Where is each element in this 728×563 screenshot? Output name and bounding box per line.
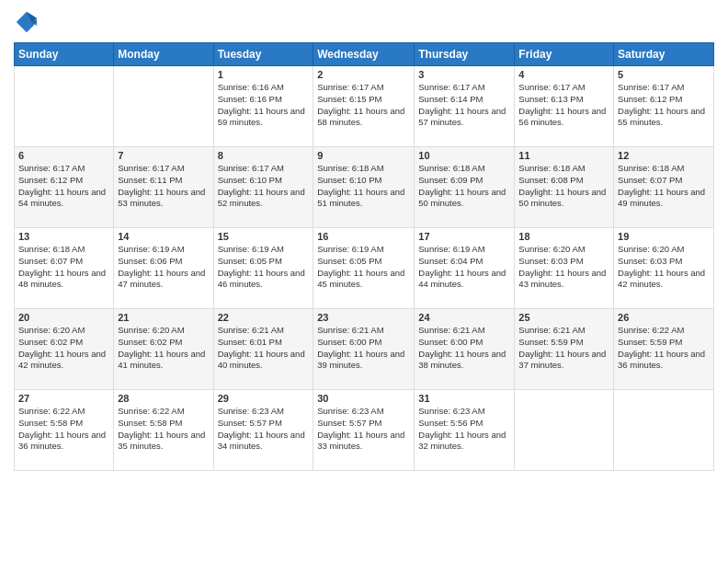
day-number: 5 — [618, 69, 710, 80]
day-number: 22 — [218, 312, 310, 323]
calendar-cell: 23Sunrise: 6:21 AM Sunset: 6:00 PM Dayli… — [313, 309, 415, 390]
calendar-cell: 2Sunrise: 6:17 AM Sunset: 6:15 PM Daylig… — [313, 66, 415, 147]
day-number: 11 — [518, 150, 609, 161]
day-info: Sunrise: 6:20 AM Sunset: 6:03 PM Dayligh… — [618, 244, 710, 291]
day-info: Sunrise: 6:22 AM Sunset: 5:58 PM Dayligh… — [18, 406, 109, 453]
day-number: 20 — [18, 312, 109, 323]
calendar-cell: 13Sunrise: 6:18 AM Sunset: 6:07 PM Dayli… — [15, 228, 114, 309]
day-info: Sunrise: 6:17 AM Sunset: 6:13 PM Dayligh… — [518, 82, 609, 129]
day-number: 8 — [218, 150, 310, 161]
day-number: 26 — [618, 312, 710, 323]
calendar-cell — [15, 66, 114, 147]
calendar-cell: 3Sunrise: 6:17 AM Sunset: 6:14 PM Daylig… — [415, 66, 515, 147]
header — [14, 9, 714, 35]
day-info: Sunrise: 6:16 AM Sunset: 6:16 PM Dayligh… — [218, 82, 310, 129]
weekday-header: Wednesday — [313, 43, 415, 66]
day-number: 17 — [418, 231, 510, 242]
calendar-cell: 14Sunrise: 6:19 AM Sunset: 6:06 PM Dayli… — [114, 228, 213, 309]
calendar-cell: 6Sunrise: 6:17 AM Sunset: 6:12 PM Daylig… — [15, 147, 114, 228]
day-number: 19 — [618, 231, 710, 242]
calendar-cell: 24Sunrise: 6:21 AM Sunset: 6:00 PM Dayli… — [415, 309, 515, 390]
day-info: Sunrise: 6:17 AM Sunset: 6:14 PM Dayligh… — [418, 82, 510, 129]
day-number: 12 — [618, 150, 710, 161]
day-info: Sunrise: 6:22 AM Sunset: 5:59 PM Dayligh… — [618, 325, 710, 372]
calendar-table: SundayMondayTuesdayWednesdayThursdayFrid… — [14, 42, 714, 471]
day-number: 2 — [317, 69, 410, 80]
day-info: Sunrise: 6:20 AM Sunset: 6:02 PM Dayligh… — [118, 325, 209, 372]
calendar-cell: 10Sunrise: 6:18 AM Sunset: 6:09 PM Dayli… — [415, 147, 515, 228]
logo-icon — [14, 9, 40, 35]
calendar-cell — [515, 390, 614, 471]
day-info: Sunrise: 6:21 AM Sunset: 6:00 PM Dayligh… — [418, 325, 510, 372]
day-info: Sunrise: 6:21 AM Sunset: 6:01 PM Dayligh… — [218, 325, 310, 372]
day-number: 25 — [518, 312, 609, 323]
day-number: 1 — [218, 69, 310, 80]
weekday-header: Monday — [114, 43, 213, 66]
weekday-header: Sunday — [15, 43, 114, 66]
calendar-cell: 19Sunrise: 6:20 AM Sunset: 6:03 PM Dayli… — [614, 228, 714, 309]
calendar-cell: 22Sunrise: 6:21 AM Sunset: 6:01 PM Dayli… — [213, 309, 313, 390]
calendar-cell: 5Sunrise: 6:17 AM Sunset: 6:12 PM Daylig… — [614, 66, 714, 147]
day-number: 16 — [317, 231, 410, 242]
day-number: 23 — [317, 312, 410, 323]
calendar-cell: 11Sunrise: 6:18 AM Sunset: 6:08 PM Dayli… — [515, 147, 614, 228]
day-number: 4 — [518, 69, 609, 80]
weekday-header: Tuesday — [213, 43, 313, 66]
calendar-cell: 8Sunrise: 6:17 AM Sunset: 6:10 PM Daylig… — [213, 147, 313, 228]
day-info: Sunrise: 6:18 AM Sunset: 6:07 PM Dayligh… — [618, 163, 710, 210]
page: SundayMondayTuesdayWednesdayThursdayFrid… — [0, 0, 728, 563]
day-info: Sunrise: 6:22 AM Sunset: 5:58 PM Dayligh… — [118, 406, 209, 453]
weekday-header: Thursday — [415, 43, 515, 66]
day-number: 27 — [18, 393, 109, 404]
day-number: 6 — [18, 150, 109, 161]
day-info: Sunrise: 6:21 AM Sunset: 5:59 PM Dayligh… — [518, 325, 609, 372]
day-number: 31 — [418, 393, 510, 404]
day-info: Sunrise: 6:19 AM Sunset: 6:04 PM Dayligh… — [418, 244, 510, 291]
day-info: Sunrise: 6:17 AM Sunset: 6:15 PM Dayligh… — [317, 82, 410, 129]
calendar-cell: 16Sunrise: 6:19 AM Sunset: 6:05 PM Dayli… — [313, 228, 415, 309]
calendar-cell: 26Sunrise: 6:22 AM Sunset: 5:59 PM Dayli… — [614, 309, 714, 390]
day-info: Sunrise: 6:18 AM Sunset: 6:07 PM Dayligh… — [18, 244, 109, 291]
calendar-cell: 27Sunrise: 6:22 AM Sunset: 5:58 PM Dayli… — [15, 390, 114, 471]
calendar-cell — [614, 390, 714, 471]
day-info: Sunrise: 6:19 AM Sunset: 6:06 PM Dayligh… — [118, 244, 209, 291]
day-number: 13 — [18, 231, 109, 242]
day-info: Sunrise: 6:17 AM Sunset: 6:10 PM Dayligh… — [218, 163, 310, 210]
day-info: Sunrise: 6:21 AM Sunset: 6:00 PM Dayligh… — [317, 325, 410, 372]
day-number: 24 — [418, 312, 510, 323]
calendar-cell: 4Sunrise: 6:17 AM Sunset: 6:13 PM Daylig… — [515, 66, 614, 147]
day-info: Sunrise: 6:23 AM Sunset: 5:57 PM Dayligh… — [218, 406, 310, 453]
calendar-week-row: 1Sunrise: 6:16 AM Sunset: 6:16 PM Daylig… — [15, 66, 714, 147]
day-info: Sunrise: 6:17 AM Sunset: 6:12 PM Dayligh… — [18, 163, 109, 210]
day-info: Sunrise: 6:18 AM Sunset: 6:08 PM Dayligh… — [518, 163, 609, 210]
day-info: Sunrise: 6:23 AM Sunset: 5:57 PM Dayligh… — [317, 406, 410, 453]
calendar-cell: 17Sunrise: 6:19 AM Sunset: 6:04 PM Dayli… — [415, 228, 515, 309]
day-number: 3 — [418, 69, 510, 80]
day-number: 10 — [418, 150, 510, 161]
calendar-week-row: 13Sunrise: 6:18 AM Sunset: 6:07 PM Dayli… — [15, 228, 714, 309]
calendar-cell: 21Sunrise: 6:20 AM Sunset: 6:02 PM Dayli… — [114, 309, 213, 390]
day-info: Sunrise: 6:17 AM Sunset: 6:11 PM Dayligh… — [118, 163, 209, 210]
calendar-cell: 25Sunrise: 6:21 AM Sunset: 5:59 PM Dayli… — [515, 309, 614, 390]
day-info: Sunrise: 6:19 AM Sunset: 6:05 PM Dayligh… — [317, 244, 410, 291]
day-info: Sunrise: 6:20 AM Sunset: 6:02 PM Dayligh… — [18, 325, 109, 372]
day-info: Sunrise: 6:19 AM Sunset: 6:05 PM Dayligh… — [218, 244, 310, 291]
day-number: 28 — [118, 393, 209, 404]
day-info: Sunrise: 6:18 AM Sunset: 6:09 PM Dayligh… — [418, 163, 510, 210]
calendar-cell: 18Sunrise: 6:20 AM Sunset: 6:03 PM Dayli… — [515, 228, 614, 309]
calendar-cell: 15Sunrise: 6:19 AM Sunset: 6:05 PM Dayli… — [213, 228, 313, 309]
day-number: 7 — [118, 150, 209, 161]
calendar-cell: 30Sunrise: 6:23 AM Sunset: 5:57 PM Dayli… — [313, 390, 415, 471]
day-number: 29 — [218, 393, 310, 404]
day-info: Sunrise: 6:20 AM Sunset: 6:03 PM Dayligh… — [518, 244, 609, 291]
calendar-cell: 31Sunrise: 6:23 AM Sunset: 5:56 PM Dayli… — [415, 390, 515, 471]
calendar-cell — [114, 66, 213, 147]
calendar-cell: 9Sunrise: 6:18 AM Sunset: 6:10 PM Daylig… — [313, 147, 415, 228]
calendar-week-row: 27Sunrise: 6:22 AM Sunset: 5:58 PM Dayli… — [15, 390, 714, 471]
weekday-header: Friday — [515, 43, 614, 66]
day-number: 14 — [118, 231, 209, 242]
calendar-cell: 29Sunrise: 6:23 AM Sunset: 5:57 PM Dayli… — [213, 390, 313, 471]
day-info: Sunrise: 6:23 AM Sunset: 5:56 PM Dayligh… — [418, 406, 510, 453]
calendar-week-row: 6Sunrise: 6:17 AM Sunset: 6:12 PM Daylig… — [15, 147, 714, 228]
day-number: 9 — [317, 150, 410, 161]
